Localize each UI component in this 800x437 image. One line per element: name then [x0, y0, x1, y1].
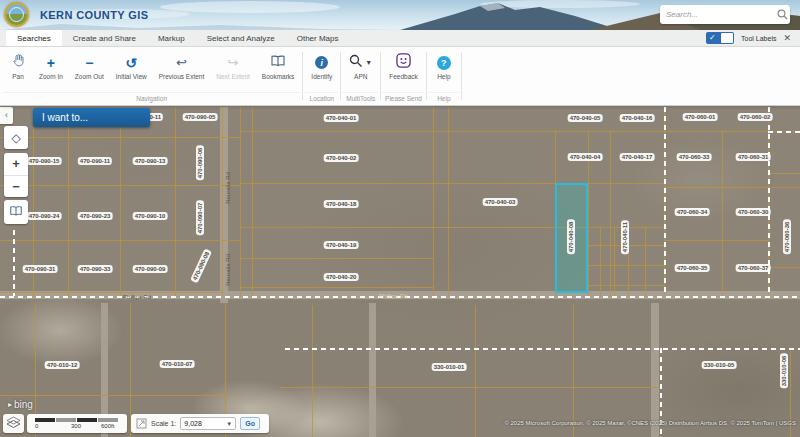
book-icon — [9, 203, 23, 221]
scale-bar-zero: 0 — [35, 423, 38, 429]
tab-other-maps[interactable]: Other Maps — [286, 30, 350, 46]
map-zoom-in-button[interactable]: + — [4, 153, 28, 176]
feedback-button[interactable]: Feedback — [383, 52, 424, 82]
i-want-to-button[interactable]: I want to... — [33, 108, 150, 127]
parcel-boundary-line — [573, 305, 574, 437]
parcel-label[interactable]: 470-090-05 — [183, 113, 218, 121]
chevron-down-icon: ▼ — [226, 421, 232, 427]
zoom-in-icon: + — [47, 56, 55, 70]
parcel-boundary-line — [252, 107, 253, 296]
parcel-label[interactable]: 470-040-05 — [568, 114, 603, 122]
map-bookmarks-button[interactable] — [4, 200, 28, 224]
parcel-label[interactable]: 470-090-11 — [78, 157, 112, 165]
parcel-label[interactable]: 330-010-05 — [702, 361, 737, 369]
parcel-label[interactable]: 330-010-06 — [780, 354, 788, 389]
parcel-boundary-line — [175, 107, 176, 296]
parcel-label[interactable]: 470-090-23 — [78, 212, 113, 220]
scale-select[interactable]: 9,028 ▼ — [180, 417, 236, 430]
initial-view-button[interactable]: ↺Initial View — [110, 52, 153, 82]
district-boundary-dashed-line — [664, 107, 666, 296]
parcel-label[interactable]: 470-060-31 — [736, 153, 771, 161]
parcel-label[interactable]: 470-090-06 — [196, 146, 204, 181]
road-label: Neuralia Rd — [225, 254, 232, 286]
help-button[interactable]: ?Help — [429, 52, 459, 82]
search-input[interactable] — [660, 10, 774, 19]
parcel-label[interactable]: 470-060-01 — [683, 113, 718, 121]
previous-extent-button[interactable]: ↩Previous Extent — [153, 52, 211, 82]
help-button-label: Help — [437, 73, 450, 80]
toolbar-divider — [340, 52, 341, 100]
parcel-label[interactable]: 470-090-10 — [133, 212, 168, 220]
parcel-label[interactable]: 470-040-18 — [324, 200, 359, 208]
road-line — [369, 303, 376, 437]
scale-bar-max: 600ft — [101, 423, 114, 429]
parcel-boundary-line — [240, 258, 433, 259]
parcel-label[interactable]: 470-060-33 — [677, 153, 712, 161]
parcel-boundary-line — [768, 267, 800, 268]
parcel-label[interactable]: 470-090-31 — [23, 265, 58, 273]
parcel-label[interactable]: 470-040-04 — [568, 153, 603, 161]
parcel-label[interactable]: 470-040-03 — [483, 198, 518, 206]
pan-button[interactable]: Pan — [3, 52, 33, 82]
parcel-label[interactable]: 470-060-02 — [738, 113, 773, 121]
parcel-boundary-line — [240, 227, 664, 228]
parcel-label[interactable]: 470-090-15 — [27, 157, 62, 165]
toolbar-group-location: iIdentifyLocation — [305, 47, 338, 105]
toolbar-group-name: Help — [429, 92, 459, 105]
toolbar-divider — [426, 52, 427, 100]
parcel-label[interactable]: 470-090-09 — [133, 265, 168, 273]
zoom-in-button[interactable]: +Zoom In — [33, 52, 69, 82]
parcel-label[interactable]: 470-060-34 — [675, 208, 710, 216]
toggle-knob — [721, 33, 733, 43]
overview-map-button[interactable] — [3, 414, 24, 433]
parcel-label[interactable]: 470-060-36 — [783, 220, 791, 255]
tab-select-and-analyze[interactable]: Select and Analyze — [196, 30, 286, 46]
zoom-out-button[interactable]: −Zoom Out — [69, 52, 110, 82]
sidebar-collapse-button[interactable]: ‹ — [0, 107, 13, 124]
tool-labels-toggle[interactable]: ✓ — [706, 32, 734, 44]
parcel-label[interactable]: 470-040-20 — [324, 273, 359, 281]
parcel-label[interactable]: 470-010-07 — [160, 360, 195, 368]
parcel-boundary-line — [120, 107, 121, 296]
identify-button[interactable]: iIdentify — [305, 52, 338, 82]
parcel-label[interactable]: 330-010-01 — [432, 363, 467, 371]
parcel-label[interactable]: 470-040-02 — [324, 154, 359, 162]
parcel-label[interactable]: 470-090-13 — [133, 157, 168, 165]
parcel-label[interactable]: 470-090-07 — [196, 201, 204, 236]
search-icon[interactable] — [774, 9, 790, 20]
overview-map-icon — [6, 415, 21, 433]
scale-bar: 0 300 600ft — [27, 414, 127, 433]
parcel-label[interactable]: 470-090-08 — [190, 249, 212, 284]
parcel-label[interactable]: 470-040-08 — [567, 220, 575, 255]
previous-extent-button-label: Previous Extent — [159, 73, 205, 80]
bing-b-icon: ▸ — [8, 400, 12, 409]
parcel-label[interactable]: 470-060-35 — [675, 264, 710, 272]
parcel-boundary-line — [0, 240, 240, 241]
tab-searches[interactable]: Searches — [6, 30, 62, 46]
parcel-label[interactable]: 470-060-37 — [736, 264, 771, 272]
feedback-button-label: Feedback — [389, 73, 418, 80]
bookmarks-button[interactable]: Bookmarks — [256, 52, 301, 82]
parcel-label[interactable]: 470-060-30 — [736, 208, 771, 216]
close-icon[interactable]: ✕ — [783, 34, 791, 43]
parcel-label[interactable]: 470-040-01 — [324, 114, 359, 122]
bing-logo: ▸ bing — [8, 399, 33, 410]
tab-create-and-share[interactable]: Create and Share — [62, 30, 147, 46]
tab-markup[interactable]: Markup — [147, 30, 196, 46]
map-zoom-out-button[interactable]: − — [4, 176, 28, 198]
apn-button-label: APN — [354, 73, 367, 80]
parcel-label[interactable]: 470-010-12 — [45, 361, 80, 369]
parcel-label[interactable]: 470-090-24 — [27, 212, 62, 220]
parcel-boundary-line — [240, 107, 241, 296]
scale-go-button[interactable]: Go — [240, 417, 260, 430]
parcel-label[interactable]: 470-090-33 — [78, 265, 113, 273]
parcel-label[interactable]: 470-040-19 — [324, 241, 359, 249]
bookmarks-button-label: Bookmarks — [262, 73, 295, 80]
scale-bar-mid: 300 — [71, 423, 81, 429]
parcel-label[interactable]: 470-040-16 — [620, 114, 655, 122]
parcel-label[interactable]: 470-040-11 — [621, 220, 629, 254]
default-extent-button[interactable]: ◇ — [4, 126, 28, 149]
apn-button[interactable]: ▼APN — [343, 52, 378, 82]
parcel-label[interactable]: 470-040-17 — [620, 153, 655, 161]
parcel-boundary-line — [240, 183, 664, 184]
